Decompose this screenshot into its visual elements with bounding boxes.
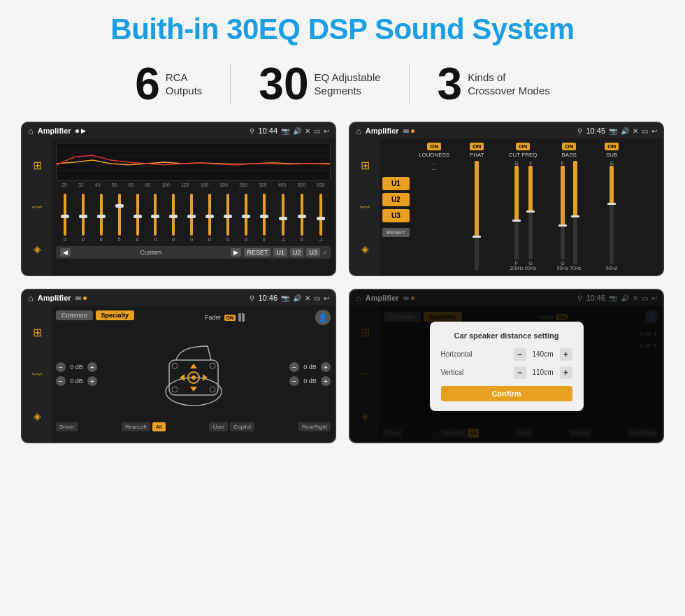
- on-badge-cutfreq[interactable]: ON: [516, 143, 530, 150]
- eq-freq-80: 80: [145, 182, 150, 187]
- dot-white-1: [75, 129, 79, 133]
- eq-slider-track-4[interactable]: [118, 194, 121, 236]
- vertical-value: 110cm: [529, 368, 557, 376]
- eq-reset-btn[interactable]: RESET: [244, 248, 271, 257]
- horizontal-plus-btn[interactable]: +: [560, 348, 572, 361]
- screen2-body: ⊞ 〰 ◈ U1 U2 U3 RESET ON LOUDNESS: [350, 138, 663, 275]
- eq-val-3: 0: [100, 237, 103, 242]
- home-icon-2[interactable]: ⌂: [356, 126, 361, 136]
- u-buttons: U1 U2 U3 RESET: [380, 138, 412, 275]
- eq-u3-btn[interactable]: U3: [306, 248, 320, 257]
- eq-slider-track-7[interactable]: [172, 194, 175, 236]
- eq-slider-col-5: 0: [136, 194, 139, 242]
- db-minus-2[interactable]: −: [56, 376, 66, 386]
- dot-orange-2: [411, 129, 414, 133]
- label-all[interactable]: All: [152, 422, 166, 431]
- db-plus-4[interactable]: +: [321, 376, 331, 386]
- eq-controls: ◀ Custom ▶ RESET U1 U2 U3 »: [56, 246, 331, 259]
- speaker-icon-2[interactable]: ◈: [361, 243, 369, 255]
- eq-icon-1[interactable]: ⊞: [33, 159, 42, 172]
- eq-slider-track-8[interactable]: [190, 194, 193, 236]
- eq-slider-col-12: 0: [263, 194, 266, 242]
- camera-icon-3: 📷: [281, 294, 289, 302]
- eq-slider-track-15[interactable]: [319, 194, 322, 236]
- eq-slider-track-10[interactable]: [226, 194, 229, 236]
- screens-grid: ⌂ Amplifier ▶ ⚲ 10:44 📷 🔊 ✕ ▭ ↩: [21, 122, 664, 443]
- eq-slider-track-3[interactable]: [100, 194, 103, 236]
- eq-val-2: 0: [82, 237, 85, 242]
- user-icon[interactable]: 👤: [315, 310, 331, 325]
- confirm-button[interactable]: Confirm: [441, 386, 572, 401]
- stat-rca: 6 RCAOutputs: [107, 62, 230, 106]
- u1-button[interactable]: U1: [382, 177, 410, 190]
- eq-val-11: 0: [245, 237, 247, 242]
- db-plus-3[interactable]: +: [321, 362, 331, 372]
- home-icon-1[interactable]: ⌂: [28, 126, 34, 136]
- db-minus-1[interactable]: −: [56, 362, 66, 372]
- eq-u1-btn[interactable]: U1: [273, 248, 287, 257]
- eq-slider-thumb-13: [279, 217, 287, 220]
- eq-freq-25: 25: [62, 182, 67, 187]
- ch-sub: ON SUB G 60Hz: [593, 143, 631, 271]
- eq-prev-btn[interactable]: ◀: [60, 248, 71, 257]
- db-row-4: − 0 dB +: [289, 376, 331, 386]
- back-icon-1[interactable]: ↩: [324, 127, 329, 135]
- vertical-plus-btn[interactable]: +: [560, 366, 572, 379]
- volume-icon-1: 🔊: [293, 127, 301, 135]
- reset-button[interactable]: RESET: [382, 228, 410, 237]
- vertical-minus-btn[interactable]: −: [514, 366, 526, 379]
- horizontal-minus-btn[interactable]: −: [514, 348, 526, 361]
- on-badge-phat[interactable]: ON: [470, 143, 484, 150]
- tab-specialty[interactable]: Specialty: [96, 310, 135, 320]
- eq-slider-track-1[interactable]: [64, 194, 66, 236]
- eq-val-1: 0: [64, 237, 66, 242]
- page-wrapper: Buith-in 30EQ DSP Sound System 6 RCAOutp…: [0, 0, 685, 616]
- on-badge-loudness[interactable]: ON: [427, 143, 441, 150]
- fader-on-badge[interactable]: ON: [224, 315, 236, 321]
- home-icon-3[interactable]: ⌂: [28, 293, 34, 303]
- db-minus-4[interactable]: −: [289, 376, 299, 386]
- on-badge-bass[interactable]: ON: [562, 143, 576, 150]
- db-plus-1[interactable]: +: [87, 362, 97, 372]
- tab-common[interactable]: Common: [56, 310, 93, 320]
- u3-button[interactable]: U3: [382, 209, 410, 222]
- eq-slider-track-12[interactable]: [263, 194, 266, 236]
- eq-slider-track-2[interactable]: [82, 194, 85, 236]
- eq-slider-track-6[interactable]: [154, 194, 157, 236]
- speaker-icon-1[interactable]: ◈: [34, 243, 41, 255]
- fader-tabs: Common Specialty: [56, 310, 134, 320]
- wave-icon-3[interactable]: 〰: [32, 369, 42, 380]
- eq-icon-2[interactable]: ⊞: [361, 159, 370, 172]
- back-icon-3[interactable]: ↩: [324, 294, 329, 302]
- db-plus-2[interactable]: +: [87, 376, 97, 386]
- eq-slider-thumb-14: [298, 215, 306, 218]
- statusbar-2: ⌂ Amplifier ⚲ 10:45 📷 🔊 ✕ ▭ ↩: [350, 123, 663, 138]
- ch-phat: ON PHAT: [458, 143, 496, 271]
- on-badge-sub[interactable]: ON: [605, 143, 619, 150]
- eq-play-btn[interactable]: ▶: [231, 248, 241, 257]
- eq-u2-btn[interactable]: U2: [290, 248, 304, 257]
- wave-icon-2[interactable]: 〰: [360, 202, 370, 213]
- eq-slider-track-13[interactable]: [282, 194, 284, 236]
- eq-slider-track-5[interactable]: [136, 194, 139, 236]
- eq-icon-3[interactable]: ⊞: [33, 326, 42, 339]
- expand-icon[interactable]: »: [323, 249, 326, 256]
- horizontal-ctrl: − 140cm +: [514, 348, 572, 361]
- wave-icon-1[interactable]: 〰: [32, 202, 42, 213]
- back-icon-2[interactable]: ↩: [651, 127, 657, 135]
- stat-eq: 30 EQ AdjustableSegments: [231, 62, 408, 106]
- eq-freq-50: 50: [112, 182, 117, 187]
- db-minus-3[interactable]: −: [289, 362, 299, 372]
- db-val-2: 0 dB: [68, 378, 85, 385]
- stat-crossover: 3 Kinds ofCrossover Modes: [410, 62, 578, 106]
- modal-title: Car speaker distance setting: [441, 331, 572, 340]
- eq-freq-160: 160: [201, 182, 209, 187]
- eq-slider-track-11[interactable]: [245, 194, 247, 236]
- label-user: User: [209, 422, 228, 431]
- speaker-icon-3[interactable]: ◈: [34, 410, 41, 422]
- eq-slider-track-14[interactable]: [301, 194, 303, 236]
- eq-slider-thumb-1: [61, 215, 69, 218]
- u2-button[interactable]: U2: [382, 193, 410, 206]
- eq-slider-track-9[interactable]: [208, 194, 211, 236]
- svg-point-14: [172, 387, 178, 392]
